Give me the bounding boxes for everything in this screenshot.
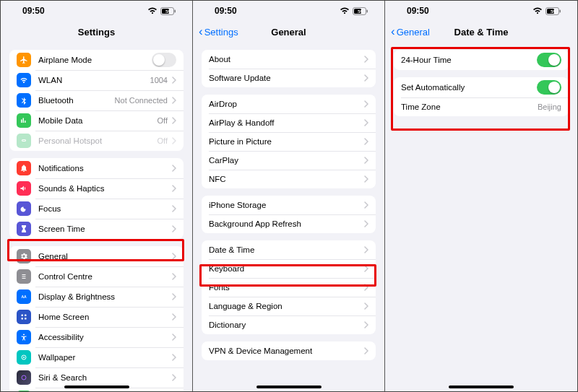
airplane-toggle[interactable] bbox=[152, 53, 176, 67]
row-label: Wallpaper bbox=[38, 353, 172, 362]
back-label: Settings bbox=[204, 27, 238, 38]
svg-rect-7 bbox=[22, 318, 24, 320]
navbar-title: Settings bbox=[78, 27, 115, 38]
row-label: iPhone Storage bbox=[209, 201, 364, 209]
row-airplane-mode[interactable]: Airplane Mode bbox=[9, 50, 184, 70]
row-pip[interactable]: Picture in Picture bbox=[202, 132, 376, 151]
airplane-icon bbox=[17, 53, 31, 67]
chevron-right-icon bbox=[364, 157, 368, 164]
row-airdrop[interactable]: AirDrop bbox=[202, 95, 376, 113]
back-label: General bbox=[397, 27, 430, 38]
svg-rect-8 bbox=[25, 318, 27, 320]
row-home-screen[interactable]: Home Screen bbox=[9, 307, 184, 327]
chevron-right-icon bbox=[172, 185, 176, 192]
row-carplay[interactable]: CarPlay bbox=[202, 151, 376, 170]
chevron-left-icon: ‹ bbox=[199, 25, 203, 38]
row-label: Screen Time bbox=[38, 225, 172, 233]
datetime-group-24h: 24-Hour Time bbox=[394, 50, 569, 70]
row-sounds[interactable]: Sounds & Haptics bbox=[9, 178, 184, 199]
row-wallpaper[interactable]: Wallpaper bbox=[9, 347, 184, 367]
row-control-centre[interactable]: Control Centre bbox=[9, 266, 184, 287]
row-iphone-storage[interactable]: iPhone Storage bbox=[202, 196, 376, 214]
row-keyboard[interactable]: Keyboard bbox=[202, 259, 376, 278]
row-24hour[interactable]: 24-Hour Time bbox=[394, 50, 569, 70]
row-nfc[interactable]: NFC bbox=[202, 170, 376, 188]
svg-rect-6 bbox=[25, 315, 27, 317]
row-label: Set Automatically bbox=[401, 83, 537, 92]
wlan-icon bbox=[17, 73, 31, 87]
svg-point-12 bbox=[22, 375, 26, 380]
battery-icon: 59 bbox=[545, 7, 561, 15]
wallpaper-icon bbox=[17, 350, 31, 365]
row-accessibility[interactable]: Accessibility bbox=[9, 327, 184, 347]
status-bar: 09:50 59 bbox=[1, 1, 192, 21]
row-label: VPN & Device Management bbox=[209, 347, 364, 355]
24hour-toggle[interactable] bbox=[537, 53, 561, 67]
chevron-right-icon bbox=[172, 253, 176, 260]
general-group-storage: iPhone Storage Background App Refresh bbox=[202, 196, 376, 233]
back-button[interactable]: ‹Settings bbox=[199, 21, 238, 43]
home-indicator[interactable] bbox=[256, 386, 322, 388]
control-centre-icon bbox=[17, 269, 31, 284]
row-mobile-data[interactable]: Mobile Data Off bbox=[9, 110, 184, 131]
chevron-right-icon bbox=[364, 74, 368, 82]
status-bar: 09:50 59 bbox=[385, 1, 577, 21]
row-time-zone[interactable]: Time Zone Beijing bbox=[394, 97, 569, 116]
row-label: Keyboard bbox=[209, 264, 364, 273]
chevron-right-icon bbox=[364, 100, 368, 108]
bluetooth-icon bbox=[17, 93, 31, 108]
row-airplay[interactable]: AirPlay & Handoff bbox=[202, 113, 376, 132]
row-label: Display & Brightness bbox=[38, 292, 172, 301]
home-indicator[interactable] bbox=[449, 386, 514, 388]
mobile-data-icon bbox=[17, 113, 31, 128]
row-bluetooth[interactable]: Bluetooth Not Connected bbox=[9, 90, 184, 110]
home-indicator[interactable] bbox=[64, 386, 129, 388]
chevron-right-icon bbox=[172, 117, 176, 124]
row-language[interactable]: Language & Region bbox=[202, 297, 376, 315]
row-software-update[interactable]: Software Update bbox=[202, 69, 376, 87]
row-label: Picture in Picture bbox=[209, 137, 364, 146]
row-fonts[interactable]: Fonts bbox=[202, 278, 376, 297]
row-notifications[interactable]: Notifications bbox=[9, 158, 184, 178]
row-label: General bbox=[38, 252, 172, 261]
chevron-right-icon bbox=[364, 265, 368, 272]
row-label: WLAN bbox=[38, 76, 150, 84]
general-group-input: Date & Time Keyboard Fonts Language & Re… bbox=[202, 240, 376, 334]
row-label: Control Centre bbox=[38, 272, 172, 281]
row-display[interactable]: AA Display & Brightness bbox=[9, 287, 184, 307]
chevron-right-icon bbox=[172, 354, 176, 361]
svg-point-11 bbox=[23, 357, 25, 358]
row-bg-refresh[interactable]: Background App Refresh bbox=[202, 214, 376, 233]
navbar-title: Date & Time bbox=[454, 27, 509, 38]
battery-icon: 59 bbox=[160, 7, 176, 15]
settings-group-notifications: Notifications Sounds & Haptics Focus Scr… bbox=[9, 158, 184, 239]
chevron-right-icon bbox=[364, 138, 368, 145]
svg-point-9 bbox=[23, 334, 25, 336]
row-label: Personal Hotspot bbox=[38, 136, 158, 145]
status-time: 09:50 bbox=[215, 6, 237, 16]
row-dictionary[interactable]: Dictionary bbox=[202, 315, 376, 334]
row-focus[interactable]: Focus bbox=[9, 199, 184, 219]
hotspot-icon bbox=[17, 134, 31, 148]
svg-rect-2 bbox=[175, 9, 176, 12]
general-group-sharing: AirDrop AirPlay & Handoff Picture in Pic… bbox=[202, 95, 376, 188]
row-date-time[interactable]: Date & Time bbox=[202, 240, 376, 259]
chevron-right-icon bbox=[364, 321, 368, 328]
navbar: ‹Settings General bbox=[193, 21, 384, 43]
back-button[interactable]: ‹General bbox=[391, 21, 430, 43]
row-label: Notifications bbox=[38, 164, 172, 173]
row-siri[interactable]: Siri & Search bbox=[9, 367, 184, 388]
phone-settings: 09:50 59 Settings Airplane Mode bbox=[1, 1, 193, 391]
chevron-right-icon bbox=[172, 374, 176, 381]
datetime-group-auto: Set Automatically Time Zone Beijing bbox=[394, 77, 569, 116]
row-vpn[interactable]: VPN & Device Management bbox=[202, 341, 376, 360]
chevron-right-icon bbox=[172, 97, 176, 104]
row-about[interactable]: About bbox=[202, 50, 376, 69]
row-screen-time[interactable]: Screen Time bbox=[9, 219, 184, 239]
row-general[interactable]: General bbox=[9, 246, 184, 266]
row-wlan[interactable]: WLAN 1004 bbox=[9, 70, 184, 90]
phone-date-time: 09:50 59 ‹General Date & Time 24-Hour Ti… bbox=[385, 1, 577, 391]
set-auto-toggle[interactable] bbox=[537, 80, 561, 95]
row-set-auto[interactable]: Set Automatically bbox=[394, 77, 569, 97]
svg-rect-17 bbox=[367, 9, 368, 12]
